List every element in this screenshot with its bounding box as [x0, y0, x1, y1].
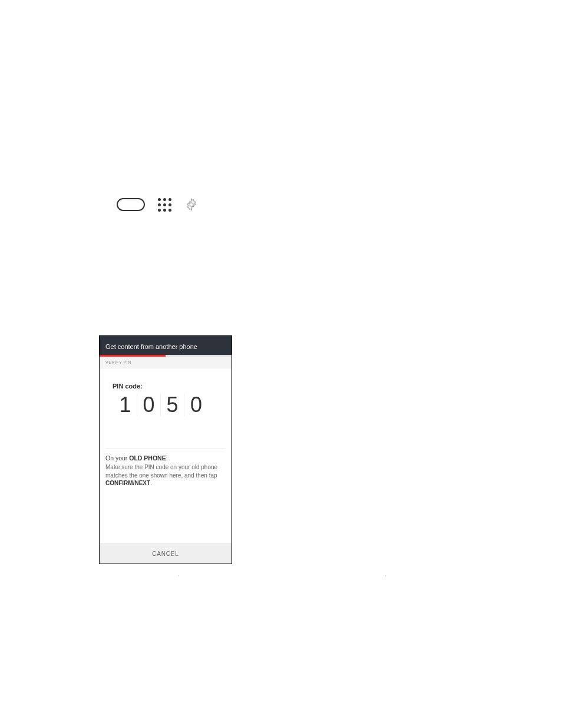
- tick-mark: ': [385, 575, 386, 578]
- cancel-button[interactable]: CANCEL: [100, 543, 232, 564]
- tick-mark: ': [178, 575, 179, 578]
- icon-row: [117, 197, 199, 212]
- step-label: VERIFY PIN: [100, 357, 232, 368]
- pin-code-label: PIN code:: [113, 383, 219, 390]
- pin-digit-1: 1: [114, 393, 137, 417]
- screen-title: Get content from another phone: [100, 340, 232, 355]
- pin-digit-2: 0: [137, 393, 161, 417]
- instructions-text: On your OLD PHONE: Make sure the PIN cod…: [105, 454, 226, 495]
- pin-digit-4: 0: [184, 393, 208, 417]
- pin-digit-3: 5: [161, 393, 184, 417]
- gear-icon: [184, 197, 199, 212]
- pin-digits: 1 0 5 0: [113, 393, 219, 417]
- phone-screenshot: Get content from another phone VERIFY PI…: [99, 335, 232, 564]
- svg-point-0: [190, 203, 193, 206]
- pill-icon: [117, 198, 145, 211]
- grid-dots-icon: [158, 198, 171, 212]
- content-area: PIN code: 1 0 5 0 On your OLD PHONE: Mak…: [100, 368, 232, 543]
- divider: [105, 449, 226, 449]
